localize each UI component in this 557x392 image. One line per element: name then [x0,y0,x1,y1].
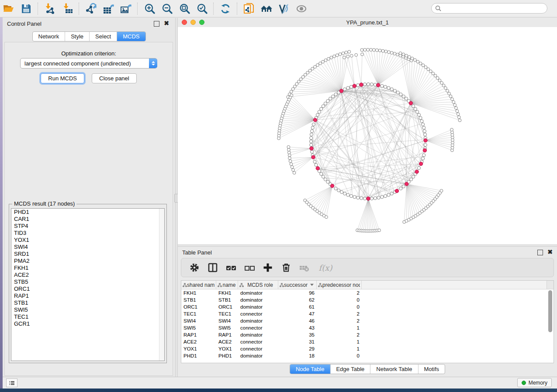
column-header-label: successor nodes [284,282,309,288]
mcds-result-item[interactable]: CAR1 [11,216,164,223]
mcds-result-item[interactable]: STB5 [11,279,164,285]
network-view-title: YPA_prune.txt_1 [178,19,557,26]
show-columns-button[interactable] [206,261,220,275]
tab-network[interactable]: Network [32,32,65,41]
mcds-result-item[interactable]: PMA2 [11,258,164,265]
column-header-label: name [222,282,236,288]
delete-column-button[interactable] [279,261,293,275]
export-network-button[interactable] [83,2,98,16]
mcds-result-item[interactable]: TID3 [11,230,164,237]
tab-select[interactable]: Select [89,32,117,41]
mcds-result-item[interactable]: PHD1 [11,209,164,216]
table-row[interactable]: SWI4SWI4dominator462 [181,317,554,324]
network-view-titlebar: YPA_prune.txt_1 [178,18,557,28]
table-vertical-scrollbar[interactable] [548,290,552,332]
save-session-button[interactable] [19,2,34,16]
memory-button[interactable]: Memory [517,378,552,387]
mcds-result-item[interactable]: FKH1 [11,265,164,272]
mcds-result-item[interactable]: YOX1 [11,237,164,244]
mcds-result-title: MCDS result (17 nodes) [12,200,76,207]
import-network-button[interactable] [42,2,57,16]
mcds-result-item[interactable]: STB1 [11,299,164,306]
mcds-result-item[interactable]: SWI5 [11,306,164,313]
close-panel-button[interactable]: Close panel [92,73,137,83]
zoom-out-button[interactable] [159,2,174,16]
dropdown-stepper-icon [149,58,157,68]
column-header-shared-name[interactable]: shared name [181,281,216,289]
cell-shared-name: SWI5 [181,325,216,330]
tab-style[interactable]: Style [65,32,89,41]
zoom-in-button[interactable] [142,2,157,16]
refresh-layout-button[interactable] [218,2,233,16]
graphics-details-button[interactable] [277,2,291,16]
scrollbar-corner [547,281,554,289]
mcds-list-scrollbar[interactable] [159,209,164,361]
tab-mcds[interactable]: MCDS [117,32,145,41]
cell-shared-name: STB1 [181,297,216,303]
cell-shared-name: ACE2 [181,339,216,344]
delete-table-button[interactable] [298,261,311,275]
checked-boxes-icon [225,262,237,273]
toolbar-separator [38,3,38,15]
gear-icon [189,262,200,273]
mcds-result-item[interactable]: GCR1 [11,320,164,327]
mcds-result-item[interactable]: ORC1 [11,285,164,292]
close-panel-icon[interactable]: ✖ [547,249,553,255]
search-input[interactable] [443,5,547,12]
close-panel-icon[interactable]: ✖ [164,20,169,26]
cell-successor-nodes: 46 [278,318,317,323]
float-panel-icon[interactable] [154,21,159,27]
table-row[interactable]: SWI5SWI5connector431 [181,324,554,331]
mcds-result-item[interactable]: ACE2 [11,272,164,279]
ndex-houses-button[interactable] [259,2,274,16]
table-row[interactable]: RAP1RAP1dominator352 [181,331,554,338]
tab-node-table[interactable]: Node Table [290,364,330,374]
import-table-button[interactable] [60,2,75,16]
column-header-name[interactable]: name [216,281,238,289]
cell-MCDS-role: dominator [238,332,278,337]
column-header-predecessor-nodes[interactable]: predecessor nodes [317,281,362,289]
table-row[interactable]: TEC1TEC1connector472 [181,310,554,317]
deselect-all-button[interactable] [242,261,256,275]
column-header-successor-nodes[interactable]: successor nodes [278,281,317,289]
table-row[interactable]: YOX1YOX1connector291 [181,345,554,352]
zoom-fit-button[interactable] [177,2,192,16]
table-header-row: shared namenameMCDS rolesuccessor nodesp… [181,281,554,289]
function-builder-button[interactable]: f(x) [316,261,335,275]
float-panel-icon[interactable] [537,250,543,255]
eye-button[interactable] [294,2,309,16]
table-row[interactable]: ORC1ORC1dominator610 [181,303,554,310]
mcds-result-item[interactable]: TEC1 [11,313,164,320]
zoom-selected-button[interactable] [194,2,209,16]
network-view-frame: YPA_prune.txt_1 [178,18,557,244]
add-column-button[interactable] [261,261,275,275]
table-row[interactable]: ACE2ACE2connector311 [181,338,554,345]
tab-edge-table[interactable]: Edge Table [330,364,370,374]
table-settings-button[interactable] [187,261,201,275]
cell-predecessor-nodes: 1 [317,346,362,351]
table-row[interactable]: STB1STB1dominator620 [181,296,554,303]
table-row[interactable]: PHD1PHD1dominator180 [181,352,554,359]
control-panel: Control Panel ✖ NetworkStyleSelectMCDS O… [3,18,175,377]
tab-motifs[interactable]: Motifs [418,364,445,374]
node-table: shared namenameMCDS rolesuccessor nodesp… [181,280,554,363]
tab-network-table[interactable]: Network Table [370,364,418,374]
export-table-button[interactable] [101,2,116,16]
column-header-MCDS-role[interactable]: MCDS role [238,281,278,289]
table-row[interactable]: FKH1FKH1dominator962 [181,289,554,296]
run-mcds-button[interactable]: Run MCDS [41,73,84,83]
network-canvas[interactable] [178,27,557,244]
select-all-button[interactable] [224,261,238,275]
cell-successor-nodes: 35 [278,332,317,337]
criterion-dropdown[interactable]: largest connected component (undirected) [20,58,157,69]
show-panels-button[interactable] [6,378,17,387]
shared-column-icon [183,283,187,287]
mcds-result-list[interactable]: PHD1CAR1STP4TID3YOX1SWI4SRD1PMA2FKH1ACE2… [11,208,165,361]
mcds-result-item[interactable]: SWI4 [11,244,164,251]
share-document-button[interactable] [242,2,256,16]
open-file-button[interactable] [1,2,16,16]
mcds-result-item[interactable]: RAP1 [11,292,164,299]
mcds-result-item[interactable]: STP4 [11,223,164,230]
export-image-button[interactable] [118,2,133,16]
mcds-result-item[interactable]: SRD1 [11,251,164,258]
